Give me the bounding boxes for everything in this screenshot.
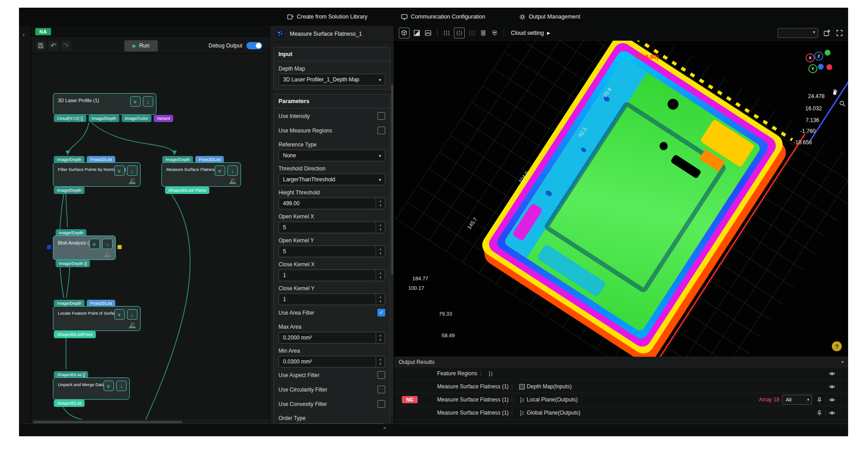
reference-type-select[interactable]: None▾ [278, 150, 385, 161]
node-download-button[interactable]: ↓ [143, 96, 153, 107]
port-shape3dlist[interactable]: Shape3DList [54, 400, 85, 407]
node-collapse-button[interactable]: » [114, 309, 125, 320]
port-cloud-xyz[interactable]: Cloud(XYZ) [] [54, 115, 86, 122]
spinner-buttons[interactable]: ▲▼ [376, 222, 385, 233]
visibility-eye-icon[interactable] [829, 370, 835, 377]
gizmo-red-dot[interactable] [826, 64, 832, 70]
spinner-buttons[interactable]: ▲▼ [376, 198, 385, 209]
viewer-preset-select[interactable] [778, 28, 818, 38]
gizmo-y[interactable]: Y [808, 64, 817, 73]
point-grid-dim-icon[interactable] [468, 29, 476, 37]
point-grid-icon[interactable] [443, 29, 451, 37]
view-output-icon[interactable] [127, 322, 137, 329]
inspector-scrollbar[interactable] [391, 85, 393, 415]
debug-output-toggle[interactable] [246, 42, 262, 49]
visibility-eye-icon[interactable] [829, 410, 835, 416]
cloud-setting-button[interactable]: Cloud setting ▶ [511, 30, 550, 36]
visibility-eye-icon[interactable] [829, 383, 835, 390]
port-image-depth[interactable]: Image/Depth [54, 187, 85, 194]
node-download-button[interactable]: ↓ [102, 239, 113, 249]
spinner-buttons[interactable]: ▲▼ [376, 356, 385, 367]
redo-icon[interactable]: ↷ [61, 41, 71, 51]
array-filter-select[interactable]: All ▾ [782, 395, 812, 405]
scrollbar-handle[interactable] [391, 85, 393, 274]
threshold-direction-select[interactable]: LargerThanThreshold▾ [278, 174, 385, 185]
use-measure-regions-checkbox[interactable] [377, 127, 385, 134]
menu-output-management[interactable]: Output Management [519, 14, 580, 20]
node-download-button[interactable]: ↓ [116, 381, 127, 391]
node-collapse-button[interactable]: » [130, 96, 141, 107]
use-aspect-filter-checkbox[interactable] [377, 371, 385, 379]
view-cube-icon[interactable] [399, 28, 410, 38]
scroll-up-icon[interactable]: ^ [383, 425, 386, 432]
node-download-button[interactable]: ↓ [227, 165, 238, 176]
port-image-depth-list[interactable]: Image/Depth [] [56, 260, 90, 267]
node-filter-surface-points[interactable]: Filter Surface Points by Normals (1) » ↓ [53, 162, 141, 187]
port-variant[interactable]: Variant [154, 115, 173, 122]
node-measure-surface-flatness[interactable]: Measure Surface Flatness (1) » ↓ [161, 162, 241, 187]
height-threshold-input[interactable]: 499.00▲▼ [278, 198, 385, 209]
image-icon[interactable] [424, 29, 432, 37]
spinner-buttons[interactable]: ▲▼ [376, 246, 385, 257]
node-locate-feature-point[interactable]: Locate Feature Point of Surface (1) » ↓ [53, 306, 141, 331]
menu-create-from-solution-library[interactable]: Create from Solution Library [287, 14, 368, 20]
node-3d-laser-profile[interactable]: 3D Laser Profile (1) » ↓ [53, 93, 156, 115]
output-results-header[interactable]: Output Results ▾ [394, 357, 848, 367]
breakpoint-port-yellow[interactable] [118, 245, 122, 249]
scrollbar-handle[interactable] [33, 421, 182, 423]
node-collapse-button[interactable]: » [215, 165, 225, 176]
spinner-buttons[interactable]: ▲▼ [376, 332, 385, 343]
spinner-buttons[interactable]: ▲▼ [376, 294, 385, 305]
result-row-depth-map[interactable]: Measure Surface Flatness (1) Depth Map(I… [394, 380, 848, 393]
undo-icon[interactable]: ↶ [48, 41, 58, 51]
port-shape3dlist-point[interactable]: Shape3DList/Point [54, 331, 96, 338]
min-area-input[interactable]: 0.0300 mm²▲▼ [278, 356, 385, 368]
use-convexity-filter-checkbox[interactable] [377, 400, 385, 408]
gizmo-blue-dot[interactable] [818, 64, 824, 70]
point-layers-alt-icon[interactable] [491, 29, 499, 37]
depth-map-select[interactable]: 3D Laser Profiler_1_Depth Map ▾ [278, 74, 385, 85]
run-button[interactable]: ▶ Run [124, 40, 158, 52]
port-image-depth[interactable]: Image/Depth [89, 115, 119, 122]
gizmo-green-dot[interactable] [825, 50, 830, 56]
view-output-icon[interactable] [127, 178, 137, 184]
close-kernel-x-input[interactable]: 1▲▼ [278, 269, 385, 281]
node-collapse-button[interactable]: » [90, 239, 100, 249]
spinner-buttons[interactable]: ▲▼ [376, 270, 385, 281]
node-collapse-button[interactable]: » [114, 165, 125, 176]
view-output-icon[interactable] [228, 178, 237, 184]
visibility-eye-icon[interactable] [829, 396, 835, 403]
contrast-icon[interactable] [413, 29, 421, 37]
point-cloud-canvas[interactable]: X(16.80) 20.6 62.3 104.0 145.7 184.77 10… [394, 41, 848, 357]
open-in-window-icon[interactable] [823, 29, 831, 37]
node-collapse-button[interactable]: » [104, 381, 114, 391]
gizmo-x[interactable]: X [806, 53, 815, 62]
close-kernel-y-input[interactable]: 1▲▼ [278, 293, 385, 305]
graph-canvas[interactable]: 3D Laser Profile (1) » ↓ Cloud(XYZ) [] I… [31, 54, 269, 420]
result-row-feature-regions[interactable]: Feature Regions [394, 367, 848, 380]
result-row-global-plane[interactable]: Measure Surface Flatness (1) Global Plan… [394, 406, 848, 420]
use-intensity-checkbox[interactable] [377, 112, 385, 120]
node-download-button[interactable]: ↓ [127, 309, 137, 320]
open-kernel-y-input[interactable]: 5▲▼ [278, 245, 385, 257]
breakpoint-port-blue[interactable] [47, 245, 51, 249]
fullscreen-icon[interactable] [835, 29, 844, 37]
point-layers-icon[interactable] [479, 29, 487, 37]
use-circularity-filter-checkbox[interactable] [377, 386, 385, 393]
orientation-gizmo[interactable]: X Z Y [806, 49, 835, 73]
colored-point-grid-icon[interactable] [454, 28, 465, 38]
use-area-filter-checkbox[interactable]: ✓ [377, 309, 385, 316]
help-button[interactable]: ? [832, 341, 842, 351]
menu-communication-configuration[interactable]: Communication Configuration [401, 14, 486, 20]
node-download-button[interactable]: ↓ [127, 165, 137, 176]
node-blob-analysis[interactable]: Blob Analysis (1) » ↓ [53, 236, 116, 260]
expand-panel-icon[interactable]: › [23, 31, 31, 38]
max-area-input[interactable]: 0.2000 mm²▲▼ [278, 332, 385, 344]
port-image-color[interactable]: Image/Color [122, 115, 151, 122]
port-shape3dlist-plane[interactable]: Shape3DList/ Plane [165, 187, 209, 194]
view-output-icon[interactable] [103, 251, 112, 258]
node-unpack-merge-data[interactable]: Unpack and Merge Data (1) » ↓ [53, 378, 130, 400]
result-row-local-plane[interactable]: NG Measure Surface Flatness (1) Local Pl… [394, 393, 848, 406]
pin-icon[interactable] [816, 397, 822, 403]
gizmo-z[interactable]: Z [814, 52, 823, 61]
